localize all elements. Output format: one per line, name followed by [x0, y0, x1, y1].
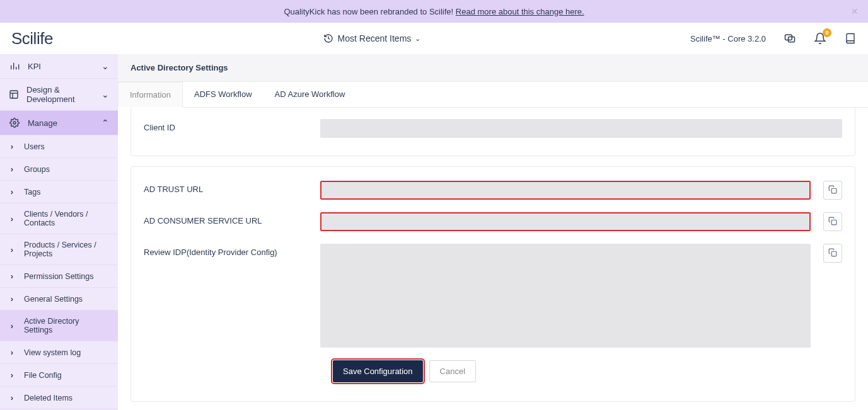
- copy-idp-button[interactable]: [823, 244, 842, 263]
- cancel-button[interactable]: Cancel: [429, 360, 476, 382]
- chevron-right-icon: [9, 271, 15, 281]
- sidebar-item-manage[interactable]: Manage: [0, 111, 118, 135]
- page-title: Active Directory Settings: [118, 54, 868, 82]
- sidebar-item-label: Active Directory Settings: [24, 317, 109, 334]
- sidebar-item-label: File Config: [24, 371, 109, 380]
- chevron-down-icon: [101, 89, 109, 100]
- svg-rect-10: [831, 188, 836, 193]
- sidebar-sub-ad-settings[interactable]: Active Directory Settings: [0, 310, 118, 341]
- sidebar-sub-general[interactable]: General Settings: [0, 288, 118, 310]
- banner-link[interactable]: Read more about this change here.: [456, 7, 584, 16]
- copy-icon: [828, 248, 837, 259]
- chart-icon: [9, 60, 20, 72]
- help-icon[interactable]: [844, 32, 857, 45]
- sidebar-item-label: Deleted Items: [24, 394, 109, 402]
- layout-icon: [9, 89, 19, 100]
- trust-url-label: AD TRUST URL: [144, 181, 320, 194]
- svg-rect-11: [831, 220, 836, 225]
- sidebar-item-design[interactable]: Design & Development: [0, 79, 118, 111]
- idp-config-textarea[interactable]: [320, 244, 811, 348]
- sidebar-sub-users[interactable]: Users: [0, 135, 118, 158]
- chevron-right-icon: [9, 321, 15, 331]
- sidebar-sub-tags[interactable]: Tags: [0, 181, 118, 203]
- sidebar-item-label: Permission Settings: [24, 272, 109, 281]
- notif-badge: 0: [823, 28, 831, 37]
- sidebar-item-label: View system log: [24, 348, 109, 357]
- chevron-right-icon: [9, 142, 15, 151]
- chevron-right-icon: [9, 214, 15, 224]
- chevron-right-icon: [9, 164, 15, 174]
- tab-adfs-workflow[interactable]: ADFS Workflow: [183, 82, 263, 107]
- sidebar-sub-fileconfig[interactable]: File Config: [0, 364, 118, 387]
- rebrand-banner: QualityKick has now been rebranded to Sc…: [0, 0, 868, 23]
- banner-text: QualityKick has now been rebranded to Sc…: [284, 7, 584, 16]
- ad-config-card: AD TRUST URL AD CONSUMER SERVICE URL: [130, 166, 855, 402]
- sidebar-sub-products[interactable]: Products / Services / Projects: [0, 234, 118, 265]
- recent-items-label: Most Recent Items: [338, 33, 412, 43]
- copy-consumer-url-button[interactable]: [823, 212, 842, 231]
- svg-point-9: [13, 122, 16, 124]
- chevron-up-icon: [101, 118, 109, 128]
- close-icon[interactable]: ×: [851, 5, 858, 18]
- chevron-down-icon: [101, 61, 109, 71]
- chevron-down-icon: ⌄: [415, 35, 420, 43]
- chevron-right-icon: [9, 187, 15, 196]
- consumer-url-label: AD CONSUMER SERVICE URL: [144, 212, 320, 225]
- logo: Scilife: [11, 29, 53, 48]
- notifications-icon[interactable]: 0: [814, 32, 826, 45]
- sidebar-item-label: Products / Services / Projects: [24, 241, 109, 258]
- svg-rect-6: [10, 91, 18, 98]
- sidebar-item-label: Design & Development: [26, 85, 95, 104]
- chevron-right-icon: [9, 294, 15, 304]
- chevron-right-icon: [9, 245, 15, 254]
- tab-bar: Information ADFS Workflow AD Azure Workf…: [118, 82, 868, 108]
- sidebar-item-label: KPI: [28, 62, 41, 71]
- sidebar-item-label: Tags: [24, 188, 109, 196]
- client-id-input[interactable]: [320, 119, 842, 138]
- copy-icon: [828, 217, 837, 227]
- recent-items-dropdown[interactable]: Most Recent Items ⌄: [53, 33, 690, 44]
- sidebar-sub-syslog[interactable]: View system log: [0, 341, 118, 364]
- copy-trust-url-button[interactable]: [823, 181, 842, 200]
- sidebar-item-label: Manage: [28, 118, 57, 128]
- tour-icon[interactable]: [784, 32, 796, 45]
- version-label: Scilife™ - Core 3.2.0: [690, 34, 766, 43]
- sidebar: KPI Design & Development Manage Users: [0, 54, 118, 410]
- main-content: Active Directory Settings Information AD…: [118, 54, 868, 410]
- sidebar-sub-permission[interactable]: Permission Settings: [0, 265, 118, 288]
- tab-ad-azure-workflow[interactable]: AD Azure Workflow: [263, 82, 357, 107]
- consumer-url-input[interactable]: [320, 212, 811, 231]
- sidebar-item-kpi[interactable]: KPI: [0, 54, 118, 79]
- sidebar-item-label: Clients / Vendors / Contacts: [24, 210, 109, 227]
- client-id-label: Client ID: [144, 119, 320, 132]
- client-id-card: Client ID: [130, 108, 855, 156]
- history-icon: [323, 33, 334, 44]
- gear-icon: [9, 117, 20, 128]
- svg-rect-12: [831, 251, 836, 256]
- sidebar-item-label: Groups: [24, 165, 109, 174]
- chevron-right-icon: [9, 348, 15, 357]
- tab-information[interactable]: Information: [118, 82, 183, 108]
- chevron-right-icon: [9, 393, 15, 402]
- sidebar-sub-deleted[interactable]: Deleted Items: [0, 387, 118, 409]
- idp-label: Review IDP(Identity Provider Config): [144, 244, 320, 257]
- sidebar-sub-groups[interactable]: Groups: [0, 158, 118, 181]
- app-header: Scilife Most Recent Items ⌄ Scilife™ - C…: [0, 23, 868, 54]
- trust-url-input[interactable]: [320, 181, 811, 200]
- copy-icon: [828, 185, 837, 196]
- sidebar-sub-clients[interactable]: Clients / Vendors / Contacts: [0, 203, 118, 234]
- save-configuration-button[interactable]: Save Configuration: [333, 360, 423, 382]
- chevron-right-icon: [9, 370, 15, 380]
- sidebar-item-label: Users: [24, 142, 109, 151]
- sidebar-item-label: General Settings: [24, 295, 109, 304]
